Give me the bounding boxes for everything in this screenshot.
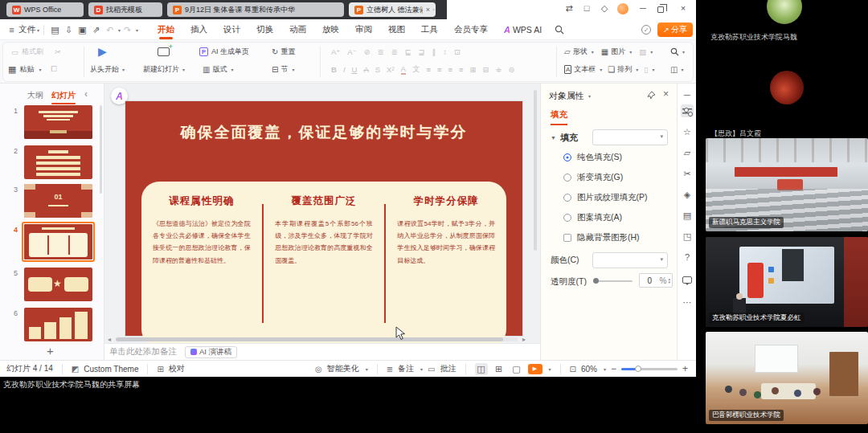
workspace-icon[interactable]: ⇄	[563, 3, 575, 14]
strikethrough-icon[interactable]: A	[363, 65, 368, 74]
undo-icon[interactable]: ↶	[103, 25, 117, 35]
sync-status-icon[interactable]: ✓	[641, 25, 651, 35]
zoom-slider[interactable]	[621, 368, 678, 370]
search-icon[interactable]	[555, 25, 564, 35]
ai-script-button[interactable]: AI 演讲稿	[185, 346, 237, 358]
align-left-icon[interactable]: ≡	[426, 65, 431, 74]
image-edit-rail-icon[interactable]: ▤	[681, 209, 694, 222]
file-menu[interactable]: 文件	[18, 24, 35, 35]
export-icon[interactable]: ⇩	[62, 25, 76, 35]
align-justify-icon[interactable]: ≡	[459, 65, 464, 74]
slide-thumbnail-4-selected[interactable]	[22, 222, 95, 262]
fill-style-dropdown[interactable]	[592, 129, 668, 145]
underline-icon[interactable]: U	[352, 65, 358, 74]
reset-button[interactable]: 重置	[280, 47, 295, 57]
shapes-button[interactable]: 形状	[573, 47, 588, 57]
chevron-down-icon[interactable]: ▾	[604, 366, 606, 372]
play-from-start-icon[interactable]: ▶	[98, 45, 107, 58]
tab-docer[interactable]: D 找稻壳模板	[88, 2, 162, 17]
section-button[interactable]: 节	[280, 64, 288, 75]
scrollbar-thumb[interactable]	[116, 337, 503, 341]
menu-tab-review[interactable]: 审阅	[347, 19, 380, 40]
arrange-button[interactable]: 排列	[617, 64, 632, 75]
notes-toggle[interactable]: 备注	[398, 363, 414, 374]
main-menu-icon[interactable]: ≡	[5, 25, 18, 35]
menu-tab-tools[interactable]: 工具	[413, 19, 446, 40]
menu-tab-slideshow[interactable]: 放映	[314, 19, 347, 40]
beautify-button[interactable]: 智能美化	[327, 363, 359, 374]
chevron-down-icon[interactable]: ▾	[681, 67, 683, 72]
chevron-down-icon[interactable]: ▾	[629, 49, 632, 55]
slide-thumbnail-1[interactable]	[24, 105, 92, 139]
minimize-icon[interactable]: ─	[637, 3, 649, 13]
zoom-out-icon[interactable]: −	[611, 363, 616, 374]
view-sorter-icon[interactable]: ⊞	[493, 363, 506, 375]
textbox-button[interactable]: 文本框	[574, 64, 596, 75]
effects-rail-icon[interactable]: ☆	[681, 125, 694, 138]
chevron-down-icon[interactable]: ▾	[231, 67, 233, 72]
text-effect-icon[interactable]: 文	[412, 64, 420, 75]
tab-list-icon[interactable]: ▾	[432, 6, 435, 12]
chevron-down-icon[interactable]: ▾	[39, 67, 41, 72]
chevron-down-icon[interactable]: ▾	[682, 49, 685, 55]
help-rail-icon[interactable]: ?	[681, 251, 694, 263]
tab-slides[interactable]: 幻灯片	[51, 90, 76, 101]
video-tile-1[interactable]: 新疆职马克思主义学院	[706, 138, 868, 231]
tab-wps-home[interactable]: W WPS Office	[6, 2, 84, 17]
chevron-down-icon[interactable]: ▾	[549, 366, 551, 372]
chevron-down-icon[interactable]: ▾	[600, 67, 602, 72]
chevron-down-icon[interactable]: ▾	[136, 27, 138, 33]
align-right-icon[interactable]: ≡	[448, 65, 453, 74]
participant-avatar[interactable]	[770, 71, 804, 104]
collapse-panel-icon[interactable]: ‹	[84, 88, 88, 100]
tab-document-1[interactable]: P 9月12日 集体备课 尊重和传承中华	[167, 2, 344, 17]
restore-icon[interactable]	[657, 6, 664, 13]
font-increase-icon[interactable]: A⁺	[331, 47, 340, 56]
columns-icon[interactable]: ⊞	[470, 65, 477, 74]
superscript-icon[interactable]: X²	[387, 65, 395, 74]
color-dropdown[interactable]	[592, 252, 668, 268]
new-tab-icon[interactable]: +	[418, 3, 423, 13]
comment-toggle[interactable]: 批注	[440, 363, 457, 374]
chevron-down-icon[interactable]: ▾	[292, 67, 294, 72]
slide-thumbnail-6[interactable]	[24, 308, 92, 341]
picture-button[interactable]: 图片	[611, 47, 625, 57]
collapse-rail-icon[interactable]: ─	[681, 88, 694, 101]
crop-rail-icon[interactable]: ◳	[681, 230, 694, 243]
menu-tab-insert[interactable]: 插入	[182, 19, 215, 40]
menu-tab-member[interactable]: 会员专享	[446, 19, 496, 40]
fill-section-label[interactable]: 填充	[560, 132, 578, 144]
window-mode-icon[interactable]: □	[580, 3, 593, 13]
table-icon[interactable]: ⊟	[483, 65, 489, 74]
chevron-down-icon[interactable]: ▾	[366, 366, 368, 372]
decorate-rail-icon[interactable]: ◈	[681, 188, 694, 201]
checkbox-hide-background[interactable]: 隐藏背景图形(H)	[563, 232, 640, 243]
slide-editor[interactable]: 确保全面覆盖，保证足够的学时与学分 课程属性明确 《思想道德与法治》被定位为全院…	[125, 101, 522, 336]
proofread-button[interactable]: 校对	[169, 363, 185, 374]
menu-tab-home[interactable]: 开始	[149, 19, 182, 40]
format-painter-button[interactable]: 格式刷	[22, 47, 43, 57]
transparency-value[interactable]: 0	[640, 276, 660, 285]
chevron-down-icon[interactable]: ▾	[650, 49, 653, 55]
new-slide-button[interactable]: 新建幻灯片	[143, 64, 179, 75]
view-normal-icon[interactable]: ◫	[475, 363, 488, 375]
clear-format-icon[interactable]: ⊘	[364, 47, 371, 56]
view-reading-icon[interactable]: ▢	[510, 363, 523, 375]
fit-window-icon[interactable]: ⊡	[570, 365, 576, 374]
tab-fill[interactable]: 填充	[551, 109, 567, 125]
transparency-spinner[interactable]: 0 % ▴ ▾	[639, 273, 673, 288]
chevron-down-icon[interactable]: ▾	[182, 67, 185, 72]
chevron-down-icon[interactable]: ▾	[122, 67, 125, 72]
indent-decrease-icon[interactable]: ⊑	[405, 47, 411, 56]
ai-single-page-button[interactable]: AI 生成单页	[211, 47, 249, 57]
radio-pattern-fill[interactable]: 图案填充(A)	[563, 212, 622, 223]
layout-button[interactable]: 版式	[212, 64, 227, 75]
text-direction-icon[interactable]: ∥	[432, 47, 436, 56]
chart-icon[interactable]: ▨	[639, 47, 646, 56]
slider-handle[interactable]	[593, 278, 599, 284]
slide-thumbnail-3[interactable]: 01	[24, 184, 92, 218]
menu-tab-view[interactable]: 视图	[380, 19, 413, 40]
menu-tab-design[interactable]: 设计	[215, 19, 248, 40]
print-icon[interactable]: ▣	[76, 25, 89, 35]
italic-icon[interactable]: I	[343, 65, 346, 74]
